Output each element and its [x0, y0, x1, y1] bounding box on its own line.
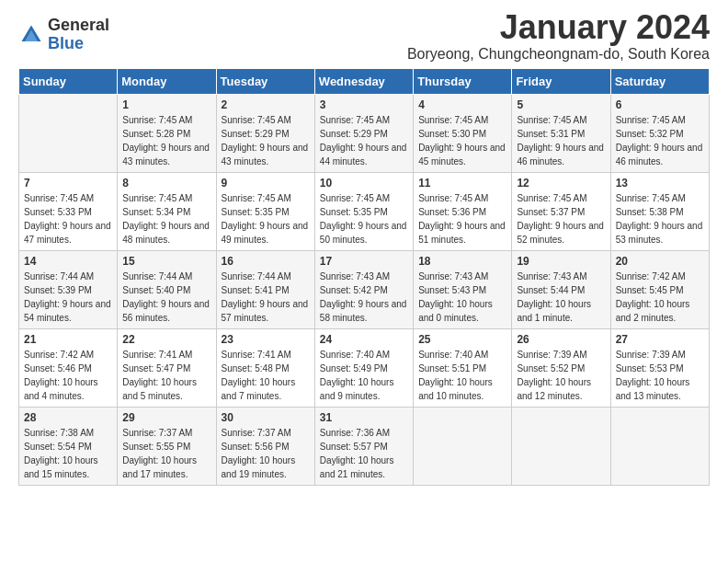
day-cell: 11Sunrise: 7:45 AMSunset: 5:36 PMDayligh… — [414, 172, 512, 250]
day-cell: 12Sunrise: 7:45 AMSunset: 5:37 PMDayligh… — [512, 172, 610, 250]
day-cell: 28Sunrise: 7:38 AMSunset: 5:54 PMDayligh… — [19, 407, 118, 485]
day-cell: 6Sunrise: 7:45 AMSunset: 5:32 PMDaylight… — [610, 94, 709, 172]
day-info: Sunrise: 7:43 AMSunset: 5:44 PMDaylight:… — [517, 270, 605, 325]
day-info: Sunrise: 7:41 AMSunset: 5:47 PMDaylight:… — [122, 348, 210, 403]
day-cell: 7Sunrise: 7:45 AMSunset: 5:33 PMDaylight… — [19, 172, 118, 250]
day-cell: 13Sunrise: 7:45 AMSunset: 5:38 PMDayligh… — [610, 172, 709, 250]
day-number: 23 — [222, 333, 310, 346]
day-info: Sunrise: 7:44 AMSunset: 5:41 PMDaylight:… — [222, 270, 310, 325]
day-info: Sunrise: 7:39 AMSunset: 5:53 PMDaylight:… — [616, 348, 704, 403]
location-title: Boryeong, Chungcheongnam-do, South Korea — [407, 46, 710, 63]
day-info: Sunrise: 7:41 AMSunset: 5:48 PMDaylight:… — [222, 348, 310, 403]
day-number: 28 — [24, 411, 112, 424]
logo-general: General — [48, 17, 109, 35]
header-monday: Monday — [118, 68, 216, 94]
day-cell: 18Sunrise: 7:43 AMSunset: 5:43 PMDayligh… — [414, 250, 512, 328]
day-info: Sunrise: 7:37 AMSunset: 5:55 PMDaylight:… — [122, 426, 210, 481]
day-number: 5 — [517, 98, 605, 111]
week-row-0: 1Sunrise: 7:45 AMSunset: 5:28 PMDaylight… — [19, 94, 710, 172]
day-cell: 9Sunrise: 7:45 AMSunset: 5:35 PMDaylight… — [216, 172, 314, 250]
day-cell: 27Sunrise: 7:39 AMSunset: 5:53 PMDayligh… — [610, 328, 709, 407]
day-info: Sunrise: 7:40 AMSunset: 5:49 PMDaylight:… — [320, 348, 408, 403]
day-info: Sunrise: 7:36 AMSunset: 5:57 PMDaylight:… — [320, 426, 408, 481]
day-info: Sunrise: 7:37 AMSunset: 5:56 PMDaylight:… — [222, 426, 310, 481]
day-cell — [19, 94, 118, 172]
day-cell: 2Sunrise: 7:45 AMSunset: 5:29 PMDaylight… — [216, 94, 314, 172]
day-number: 26 — [517, 333, 605, 346]
day-cell: 14Sunrise: 7:44 AMSunset: 5:39 PMDayligh… — [19, 250, 118, 328]
header-friday: Friday — [512, 68, 610, 94]
day-number: 25 — [418, 333, 506, 346]
week-row-3: 21Sunrise: 7:42 AMSunset: 5:46 PMDayligh… — [19, 328, 710, 407]
day-number: 22 — [122, 333, 210, 346]
day-info: Sunrise: 7:44 AMSunset: 5:40 PMDaylight:… — [122, 270, 210, 325]
day-info: Sunrise: 7:45 AMSunset: 5:33 PMDaylight:… — [24, 191, 112, 247]
day-info: Sunrise: 7:45 AMSunset: 5:38 PMDaylight:… — [616, 191, 704, 247]
day-number: 27 — [616, 333, 704, 346]
day-number: 20 — [616, 255, 704, 268]
day-cell: 22Sunrise: 7:41 AMSunset: 5:47 PMDayligh… — [118, 328, 216, 407]
day-info: Sunrise: 7:39 AMSunset: 5:52 PMDaylight:… — [517, 348, 605, 403]
day-info: Sunrise: 7:44 AMSunset: 5:39 PMDaylight:… — [24, 270, 112, 325]
day-info: Sunrise: 7:45 AMSunset: 5:29 PMDaylight:… — [222, 113, 310, 168]
day-cell: 3Sunrise: 7:45 AMSunset: 5:29 PMDaylight… — [314, 94, 413, 172]
day-number: 11 — [418, 177, 506, 190]
header-row: SundayMondayTuesdayWednesdayThursdayFrid… — [19, 68, 710, 94]
day-info: Sunrise: 7:45 AMSunset: 5:35 PMDaylight:… — [320, 191, 408, 247]
day-info: Sunrise: 7:45 AMSunset: 5:37 PMDaylight:… — [517, 191, 605, 247]
day-cell: 16Sunrise: 7:44 AMSunset: 5:41 PMDayligh… — [216, 250, 314, 328]
day-number: 29 — [122, 411, 210, 424]
day-cell: 21Sunrise: 7:42 AMSunset: 5:46 PMDayligh… — [19, 328, 118, 407]
day-cell: 25Sunrise: 7:40 AMSunset: 5:51 PMDayligh… — [414, 328, 512, 407]
day-info: Sunrise: 7:45 AMSunset: 5:30 PMDaylight:… — [418, 113, 506, 168]
title-area: January 2024 Boryeong, Chungcheongnam-do… — [407, 9, 710, 63]
day-info: Sunrise: 7:43 AMSunset: 5:42 PMDaylight:… — [320, 270, 408, 325]
day-number: 31 — [320, 411, 408, 424]
week-row-4: 28Sunrise: 7:38 AMSunset: 5:54 PMDayligh… — [19, 407, 710, 485]
day-number: 14 — [24, 255, 112, 268]
day-cell — [512, 407, 610, 485]
day-number: 2 — [222, 98, 310, 111]
header-thursday: Thursday — [414, 68, 512, 94]
calendar-table: SundayMondayTuesdayWednesdayThursdayFrid… — [18, 68, 710, 486]
day-number: 1 — [122, 98, 210, 111]
day-info: Sunrise: 7:45 AMSunset: 5:32 PMDaylight:… — [616, 113, 704, 168]
day-number: 9 — [222, 177, 310, 190]
day-number: 7 — [24, 177, 112, 190]
day-info: Sunrise: 7:38 AMSunset: 5:54 PMDaylight:… — [24, 426, 112, 481]
day-cell: 5Sunrise: 7:45 AMSunset: 5:31 PMDaylight… — [512, 94, 610, 172]
day-cell: 30Sunrise: 7:37 AMSunset: 5:56 PMDayligh… — [216, 407, 314, 485]
day-cell: 31Sunrise: 7:36 AMSunset: 5:57 PMDayligh… — [314, 407, 413, 485]
week-row-2: 14Sunrise: 7:44 AMSunset: 5:39 PMDayligh… — [19, 250, 710, 328]
day-cell: 29Sunrise: 7:37 AMSunset: 5:55 PMDayligh… — [118, 407, 216, 485]
day-info: Sunrise: 7:43 AMSunset: 5:43 PMDaylight:… — [418, 270, 506, 325]
day-number: 10 — [320, 177, 408, 190]
day-number: 19 — [517, 255, 605, 268]
day-number: 12 — [517, 177, 605, 190]
header: General Blue January 2024 Boryeong, Chun… — [18, 9, 710, 63]
day-number: 8 — [122, 177, 210, 190]
day-cell: 23Sunrise: 7:41 AMSunset: 5:48 PMDayligh… — [216, 328, 314, 407]
day-info: Sunrise: 7:40 AMSunset: 5:51 PMDaylight:… — [418, 348, 506, 403]
day-cell: 1Sunrise: 7:45 AMSunset: 5:28 PMDaylight… — [118, 94, 216, 172]
header-tuesday: Tuesday — [216, 68, 314, 94]
day-number: 4 — [418, 98, 506, 111]
day-info: Sunrise: 7:42 AMSunset: 5:45 PMDaylight:… — [616, 270, 704, 325]
day-info: Sunrise: 7:45 AMSunset: 5:36 PMDaylight:… — [418, 191, 506, 247]
day-number: 18 — [418, 255, 506, 268]
day-cell — [414, 407, 512, 485]
logo-text: General Blue — [48, 17, 109, 53]
day-number: 24 — [320, 333, 408, 346]
day-cell: 20Sunrise: 7:42 AMSunset: 5:45 PMDayligh… — [610, 250, 709, 328]
day-number: 3 — [320, 98, 408, 111]
day-info: Sunrise: 7:45 AMSunset: 5:29 PMDaylight:… — [320, 113, 408, 168]
day-cell — [610, 407, 709, 485]
day-cell: 26Sunrise: 7:39 AMSunset: 5:52 PMDayligh… — [512, 328, 610, 407]
day-info: Sunrise: 7:45 AMSunset: 5:34 PMDaylight:… — [122, 191, 210, 247]
day-info: Sunrise: 7:45 AMSunset: 5:31 PMDaylight:… — [517, 113, 605, 168]
day-number: 17 — [320, 255, 408, 268]
day-number: 21 — [24, 333, 112, 346]
day-cell: 10Sunrise: 7:45 AMSunset: 5:35 PMDayligh… — [314, 172, 413, 250]
day-number: 6 — [616, 98, 704, 111]
day-cell: 4Sunrise: 7:45 AMSunset: 5:30 PMDaylight… — [414, 94, 512, 172]
